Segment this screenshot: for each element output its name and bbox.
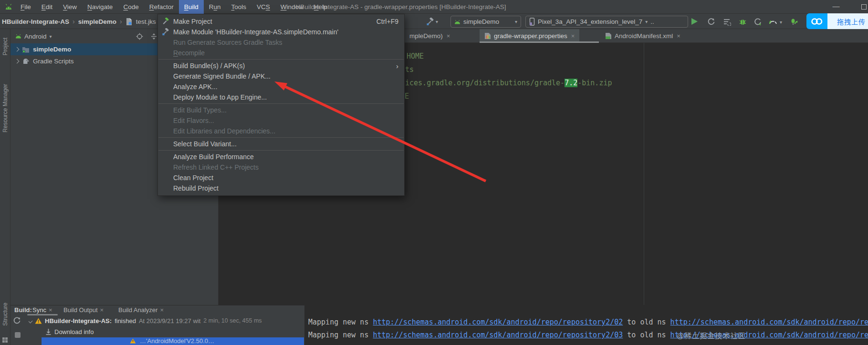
tab-gradle-wrapper-properties[interactable]: gradle-wrapper.properties × [480, 29, 579, 43]
tab-build-analyzer[interactable]: Build Analyzer× [118, 306, 164, 314]
menu-item-analyze-apk[interactable]: Analyze APK... [158, 81, 404, 92]
menu-code[interactable]: Code [118, 0, 144, 14]
sync-console[interactable]: Mapping new ns http://schemas.android.co… [304, 305, 868, 345]
download-info-label: Download info [54, 328, 94, 335]
breadcrumb-file[interactable]: test.jks [136, 18, 156, 25]
stripe-resource-manager-button[interactable]: Resource Manager [2, 84, 9, 132]
chevron-down-icon: ▾ [50, 34, 52, 39]
baidu-pan-logo-icon [806, 13, 827, 29]
close-icon[interactable]: × [447, 32, 450, 40]
stripe-project-button[interactable]: Project [2, 38, 9, 55]
profiler-button[interactable] [769, 17, 777, 26]
tool-windows-grid-icon[interactable] [2, 337, 8, 343]
console-text: to old ns [623, 318, 670, 326]
chevron-down-icon[interactable]: ▾ [780, 20, 782, 25]
menu-item-make-project[interactable]: Make Project Ctrl+F9 [158, 16, 404, 27]
active-tab-indicator [480, 41, 599, 43]
menu-file[interactable]: File [15, 0, 36, 14]
tab-label: Build Output [63, 306, 98, 314]
profile-icon [754, 18, 762, 26]
menu-item-recompile: Recompile [158, 48, 404, 58]
download-info-row[interactable]: Download info [29, 326, 304, 337]
debug-button[interactable] [738, 17, 747, 26]
tab-label: AndroidManifest.xml [615, 32, 673, 40]
close-icon[interactable]: × [677, 32, 680, 40]
tab-label: mpleDemo) [409, 32, 443, 40]
menu-item-generate-signed-bundle-apk[interactable]: Generate Signed Bundle / APK... [158, 71, 404, 81]
menu-item-label: Edit Build Types... [173, 106, 227, 114]
menu-navigate[interactable]: Navigate [82, 0, 118, 14]
menu-item-clean-project[interactable]: Clean Project [158, 172, 404, 183]
close-icon[interactable]: × [100, 306, 104, 314]
breadcrumb-project[interactable]: HBuilder-Integrate-AS [2, 18, 69, 25]
message-fragment: …'AndroidModel'V2.50.0… [140, 337, 214, 345]
chevron-down-icon[interactable] [29, 318, 32, 323]
tab-label: gradle-wrapper.properties [494, 32, 567, 40]
menu-item-run-generate-sources: Run Generate Sources Gradle Tasks [158, 37, 404, 48]
baidu-upload-label: 拖拽上传 [827, 13, 868, 29]
tab-build-output[interactable]: Build Output× [63, 306, 104, 314]
run-configuration-select[interactable]: simpleDemo ▾ [450, 16, 521, 28]
menu-item-label: Analyze Build Performance [173, 153, 254, 161]
console-line: Mapping new ns http://schemas.android.co… [308, 331, 868, 339]
menu-view[interactable]: View [58, 0, 82, 14]
stripe-structure-button[interactable]: Structure [2, 303, 9, 326]
locate-file-icon[interactable] [136, 33, 143, 40]
menu-item-make-module[interactable]: Make Module 'HBuilder-Integrate-AS.simpl… [158, 27, 404, 37]
breadcrumb-module[interactable]: simpleDemo [78, 18, 116, 25]
download-icon [45, 328, 52, 335]
apply-code-changes-button[interactable] [722, 17, 731, 26]
build-result-row[interactable]: HBuilder-Integrate-AS: finished At 2023/… [29, 315, 304, 326]
breadcrumb: HBuilder-Integrate-AS › simpleDemo › tes… [2, 14, 156, 29]
apply-changes-restart-button[interactable] [707, 17, 715, 26]
profile-button[interactable] [753, 17, 762, 26]
schema-link[interactable]: http://schemas.android.com/sdk/android/r… [670, 318, 868, 326]
schema-link[interactable]: http://schemas.android.com/sdk/android/r… [373, 318, 623, 326]
tab-label: Sync [32, 306, 46, 314]
tab-androidmanifest-xml[interactable]: AndroidManifest.xml × [600, 29, 685, 43]
collapse-all-icon[interactable] [150, 33, 157, 40]
device-select[interactable]: Pixel_3a_API_34_extension_level_7 ▾ .. [525, 16, 688, 28]
project-view-selector[interactable]: Android [24, 33, 47, 40]
menu-item-label: Make Module 'HBuilder-Integrate-AS.simpl… [173, 28, 338, 36]
attach-debugger-button[interactable] [790, 17, 798, 26]
menu-item-edit-libraries-dependencies: Edit Libraries and Dependencies... [158, 126, 404, 136]
tab-build-gradle-simpledemo[interactable]: mpleDemo) × [405, 29, 455, 43]
close-icon[interactable]: × [571, 32, 575, 40]
close-icon[interactable]: × [49, 306, 52, 314]
stop-button[interactable] [15, 332, 21, 338]
build-menu-popup: Make Project Ctrl+F9 Make Module 'HBuild… [157, 14, 405, 196]
sync-icon [13, 316, 21, 325]
menu-edit[interactable]: Edit [36, 0, 58, 14]
re-sync-button[interactable] [13, 316, 21, 326]
run-button[interactable] [691, 18, 698, 25]
chevron-right-icon[interactable] [15, 59, 20, 64]
code-line-distribution-url: ices.gradle.org/distributions/gradle-7.2… [405, 79, 612, 87]
code-line-fragment: HOME [407, 52, 424, 61]
tab-sync[interactable]: Sync× [32, 306, 52, 314]
schema-link[interactable]: http://schemas.android.com/sdk/android/r… [373, 331, 623, 339]
menu-run[interactable]: Run [204, 0, 226, 14]
chevron-right-icon[interactable] [15, 47, 20, 52]
menu-item-deploy-module-app-engine[interactable]: Deploy Module to App Engine... [158, 92, 404, 102]
android-head-icon [15, 34, 21, 39]
keystore-file-icon [125, 18, 133, 26]
maximize-button[interactable] [861, 4, 867, 10]
menu-item-rebuild-project[interactable]: Rebuild Project [158, 183, 404, 193]
menu-tools[interactable]: Tools [226, 0, 252, 14]
menu-item-select-build-variant[interactable]: Select Build Variant... [158, 139, 404, 149]
apply-changes-icon [707, 18, 715, 26]
selected-message-row[interactable]: …'AndroidModel'V2.50.0… [42, 337, 304, 345]
code-text: -bin.zip [577, 79, 612, 87]
tree-item-label: simpleDemo [33, 46, 71, 53]
make-module-toolbar-button[interactable]: ▾ [426, 16, 438, 27]
close-icon[interactable]: × [160, 306, 164, 314]
code-changes-icon [723, 18, 731, 26]
menu-item-build-bundles-apks[interactable]: Build Bundle(s) / APK(s) › [158, 61, 404, 71]
minimize-button[interactable]: — [829, 0, 843, 14]
menu-build[interactable]: Build [179, 0, 204, 14]
baidu-pan-upload-widget[interactable]: 拖拽上传 [806, 13, 868, 29]
android-studio-window: File Edit View Navigate Code Refactor Bu… [0, 0, 868, 345]
menu-refactor[interactable]: Refactor [144, 0, 179, 14]
menu-item-analyze-build-performance[interactable]: Analyze Build Performance [158, 152, 404, 162]
